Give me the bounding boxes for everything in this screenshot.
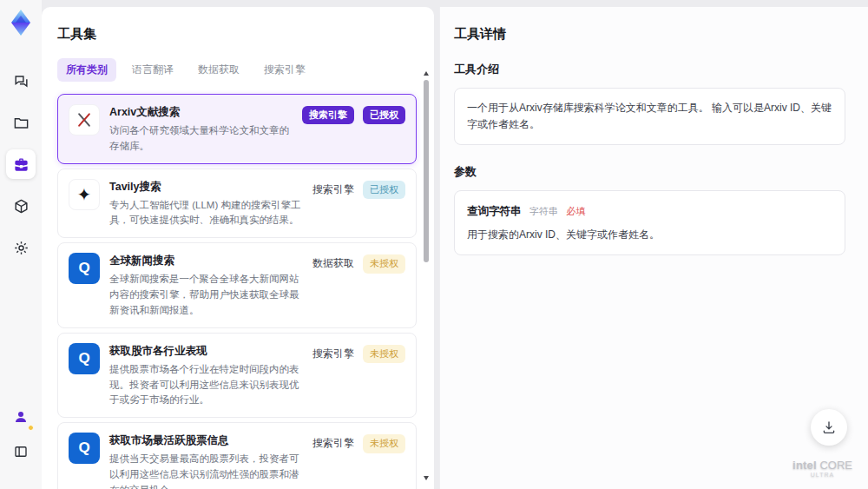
param-description: 用于搜索的Arxiv ID、关键字或作者姓名。 xyxy=(467,227,832,243)
tool-name: 获取市场最活跃股票信息 xyxy=(109,433,303,448)
folder-icon xyxy=(13,115,30,131)
tool-name: 全球新闻搜索 xyxy=(109,254,303,268)
tool-name: Tavily搜索 xyxy=(109,180,303,195)
tab-search-engine[interactable]: 搜索引擎 xyxy=(255,58,314,82)
tool-list-panel: 工具集 所有类别 语言翻译 数据获取 搜索引擎 Arxiv文献搜索 访问各个研究… xyxy=(42,7,434,489)
sidebar-item-toolbox[interactable] xyxy=(6,149,36,179)
tool-card-list: Arxiv文献搜索 访问各个研究领域大量科学论文和文章的存储库。 搜索引擎 已授… xyxy=(57,94,417,489)
tool-card-sector-performance[interactable]: Q 获取股市各行业表现 提供股票市场各个行业在特定时间段内的表现。投资者可以利用… xyxy=(57,333,417,418)
download-icon xyxy=(821,420,837,435)
stock-q-logo-icon: Q xyxy=(69,343,100,374)
tool-name: 获取股市各行业表现 xyxy=(109,344,303,359)
status-dot xyxy=(28,425,34,431)
sidebar-item-models[interactable] xyxy=(6,191,36,221)
sidebar-item-files[interactable] xyxy=(6,108,36,137)
collapse-sidebar-button[interactable] xyxy=(6,437,36,466)
tool-description: 提供股票市场各个行业在特定时间段内的表现。投资者可以利用这些信息来识别表现优于或… xyxy=(109,362,303,408)
sidebar-item-settings[interactable] xyxy=(6,233,36,262)
tool-card-tavily[interactable]: ✦ Tavily搜索 专为人工智能代理 (LLM) 构建的搜索引擎工具，可快速提… xyxy=(57,169,417,239)
tool-description: 全球新闻搜索是一个聚合全球各大新闻网站内容的搜索引擎，帮助用户快速获取全球最新资… xyxy=(109,272,303,318)
tab-translation[interactable]: 语言翻译 xyxy=(123,58,182,82)
category-label: 搜索引擎 xyxy=(312,434,354,451)
list-scrollbar[interactable] xyxy=(423,71,430,480)
status-badge: 未授权 xyxy=(363,434,405,453)
tool-intro-box: 一个用于从Arxiv存储库搜索科学论文和文章的工具。 输入可以是Arxiv ID… xyxy=(454,88,845,145)
panel-collapse-icon xyxy=(13,444,29,459)
param-type: 字符串 xyxy=(529,206,558,216)
arxiv-logo-icon xyxy=(69,104,100,135)
intel-core-badge: intel CORE ULTRA xyxy=(792,459,852,479)
tab-data-fetch[interactable]: 数据获取 xyxy=(189,58,248,82)
toolbox-icon xyxy=(13,156,30,173)
core-brand-text: CORE xyxy=(819,459,852,472)
scrollbar-thumb[interactable] xyxy=(424,80,429,262)
status-badge: 未授权 xyxy=(363,254,405,273)
tool-card-most-active-stocks[interactable]: Q 获取市场最活跃股票信息 提供当天交易量最高的股票列表，投资者可以利用这些信息… xyxy=(57,422,417,489)
ultra-brand-text: ULTRA xyxy=(792,472,852,479)
status-badge: 未授权 xyxy=(363,345,405,363)
status-badge: 已授权 xyxy=(363,106,405,124)
tool-card-global-news[interactable]: Q 全球新闻搜索 全球新闻搜索是一个聚合全球各大新闻网站内容的搜索引擎，帮助用户… xyxy=(57,242,417,327)
intel-brand-text: intel xyxy=(792,459,817,472)
detail-title: 工具详情 xyxy=(454,26,845,43)
category-tabs: 所有类别 语言翻译 数据获取 搜索引擎 xyxy=(57,58,413,82)
news-q-logo-icon: Q xyxy=(69,253,100,284)
person-icon xyxy=(13,409,29,425)
icon-rail xyxy=(0,0,42,489)
tool-description: 专为人工智能代理 (LLM) 构建的搜索引擎工具，可快速提供实时、准确和真实的结… xyxy=(109,198,303,229)
intro-heading: 工具介绍 xyxy=(454,62,845,77)
user-avatar[interactable] xyxy=(6,402,36,432)
cube-icon xyxy=(13,198,30,215)
category-label: 搜索引擎 xyxy=(312,181,354,197)
param-name: 查询字符串 xyxy=(467,205,522,217)
page-title: 工具集 xyxy=(57,26,413,43)
tool-card-arxiv[interactable]: Arxiv文献搜索 访问各个研究领域大量科学论文和文章的存储库。 搜索引擎 已授… xyxy=(57,94,417,164)
param-required-flag: 必填 xyxy=(566,206,585,216)
params-heading: 参数 xyxy=(454,164,845,180)
scroll-down-arrow[interactable] xyxy=(424,476,429,480)
category-label: 数据获取 xyxy=(312,254,354,271)
tool-detail-panel: 工具详情 工具介绍 一个用于从Arxiv存储库搜索科学论文和文章的工具。 输入可… xyxy=(439,7,868,489)
tavily-logo-icon: ✦ xyxy=(69,179,100,210)
chat-icon xyxy=(13,73,30,89)
app-logo-icon[interactable] xyxy=(8,9,34,36)
tool-description: 访问各个研究领域大量科学论文和文章的存储库。 xyxy=(109,123,293,155)
status-badge: 已授权 xyxy=(363,181,405,199)
download-button[interactable] xyxy=(811,409,847,446)
scroll-up-arrow[interactable] xyxy=(424,71,429,76)
tab-all-categories[interactable]: 所有类别 xyxy=(57,58,116,82)
param-box: 查询字符串 字符串 必填 用于搜索的Arxiv ID、关键字或作者姓名。 xyxy=(454,190,845,254)
category-label: 搜索引擎 xyxy=(312,345,354,361)
tool-description: 提供当天交易量最高的股票列表，投资者可以利用这些信息来识别流动性强的股票和潜在的… xyxy=(109,452,303,489)
tool-name: Arxiv文献搜索 xyxy=(109,105,293,120)
stock-q-logo-icon: Q xyxy=(69,433,100,464)
gear-icon xyxy=(13,240,30,256)
category-badge: 搜索引擎 xyxy=(302,106,354,124)
sidebar-item-chat[interactable] xyxy=(6,66,36,96)
app-window: 工具集 所有类别 语言翻译 数据获取 搜索引擎 Arxiv文献搜索 访问各个研究… xyxy=(0,0,868,489)
